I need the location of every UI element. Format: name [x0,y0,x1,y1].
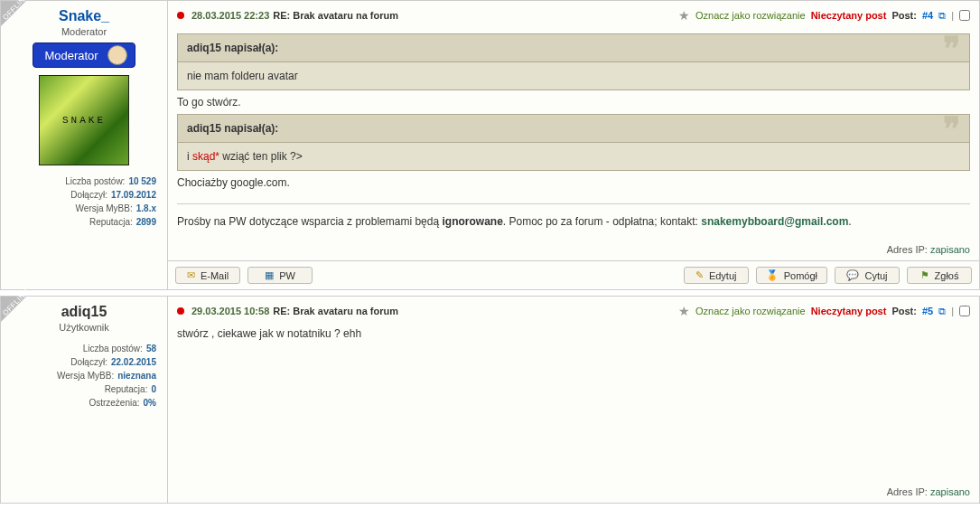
quote-body: i skąd* wziąć ten plik ?> [178,143,969,170]
quote-body: nie mam folderu avatar [178,62,969,90]
ip-line: Adres IP: zapisano [168,481,979,503]
helped-icon: 🏅 [766,269,779,281]
user-column: Snake_ Moderator Moderator SNAKE Liczba … [1,1,167,289]
offline-badge: OFFLINE [1,1,26,26]
separator: | [951,306,954,316]
user-title: Moderator [6,26,162,37]
separator: | [951,10,954,21]
select-post-checkbox[interactable] [959,306,970,316]
username-link[interactable]: adiq15 [6,304,162,320]
moderator-badge: Moderator [33,42,135,68]
post-content: stwórz , ciekawe jak w notatniku ? ehh [168,325,979,481]
offline-badge: OFFLINE [1,297,26,322]
post-header: 28.03.2015 22:23 RE: Brak avataru na for… [168,1,979,30]
email-button[interactable]: ✉E-Mail [175,267,240,284]
post: OFFLINE Snake_ Moderator Moderator SNAKE… [0,0,980,290]
post-date: 29.03.2015 10:58 [191,306,269,316]
copy-link-icon[interactable]: ⧉ [938,306,946,317]
quote-icon: ❞ [943,40,960,60]
user-stats: Liczba postów:58 Dołączył:22.02.2015 Wer… [6,342,162,410]
helped-button[interactable]: 🏅Pomógł [756,267,827,284]
post-label: Post: [891,10,917,21]
username-link[interactable]: Snake_ [6,8,162,24]
post-text: stwórz , ciekawe jak w notatniku ? ehh [177,325,970,342]
quote-btn-icon: 💬 [846,269,859,281]
reply-text: To go stwórz. [177,94,970,110]
quote-author: adiq15 napisał(a): [178,115,969,143]
post-number-link[interactable]: #5 [922,306,933,316]
quote-button[interactable]: 💬Cytuj [835,267,900,284]
badge-avatar-icon [107,45,127,65]
post-number-link[interactable]: #4 [922,10,933,21]
quote-author: adiq15 napisał(a): [178,34,969,62]
email-icon: ✉ [187,269,195,281]
unread-label: Nieczytany post [811,10,887,21]
status-dot-icon [177,12,184,19]
quote-icon: ❞ [943,120,960,140]
post-subject: RE: Brak avataru na forum [273,306,398,316]
star-icon[interactable]: ★ [678,8,690,23]
report-button[interactable]: ⚑Zgłoś [907,267,972,284]
report-icon: ⚑ [920,269,929,281]
post: OFFLINE adiq15 Użytkownik Liczba postów:… [0,296,980,504]
post-subject: RE: Brak avataru na forum [273,10,398,21]
mark-solution-link[interactable]: Oznacz jako rozwiązanie [695,306,806,316]
post-label: Post: [891,306,917,316]
post-buttons: ✉E-Mail ▦PW ✎Edytuj 🏅Pomógł 💬Cytuj ⚑Zgło… [168,260,979,289]
mark-solution-link[interactable]: Oznacz jako rozwiązanie [695,10,806,21]
avatar[interactable]: SNAKE [39,75,129,165]
star-icon[interactable]: ★ [678,304,690,318]
unread-label: Nieczytany post [811,306,887,316]
post-body-column: 29.03.2015 10:58 RE: Brak avataru na for… [167,297,979,503]
signature-email-link[interactable]: snakemybboard@gmail.com [701,215,848,228]
status-dot-icon [177,307,184,315]
quote-block: ❞ adiq15 napisał(a): nie mam folderu ava… [177,33,970,90]
post-body-column: 28.03.2015 22:23 RE: Brak avataru na for… [167,1,979,289]
user-title: Użytkownik [6,322,162,333]
pw-button[interactable]: ▦PW [247,267,313,284]
user-stats: Liczba postów:10 529 Dołączył:17.09.2012… [6,174,162,229]
select-post-checkbox[interactable] [959,10,970,21]
ip-line: Adres IP: zapisano [168,239,979,260]
edit-icon: ✎ [695,269,704,281]
ip-saved-link[interactable]: zapisano [930,486,970,497]
signature: Prośby na PW dotyczące wsparcia z proble… [177,203,970,230]
edit-button[interactable]: ✎Edytuj [684,267,749,284]
post-date: 28.03.2015 22:23 [191,10,269,21]
user-column: adiq15 Użytkownik Liczba postów:58 Dołąc… [1,297,167,503]
copy-link-icon[interactable]: ⧉ [938,10,946,22]
post-header: 29.03.2015 10:58 RE: Brak avataru na for… [168,297,979,325]
reply-text: Chociażby google.com. [177,174,970,191]
pm-icon: ▦ [265,269,274,281]
post-content: ❞ adiq15 napisał(a): nie mam folderu ava… [168,30,979,239]
quote-block: ❞ adiq15 napisał(a): i skąd* wziąć ten p… [177,114,970,171]
ip-saved-link[interactable]: zapisano [930,244,970,255]
